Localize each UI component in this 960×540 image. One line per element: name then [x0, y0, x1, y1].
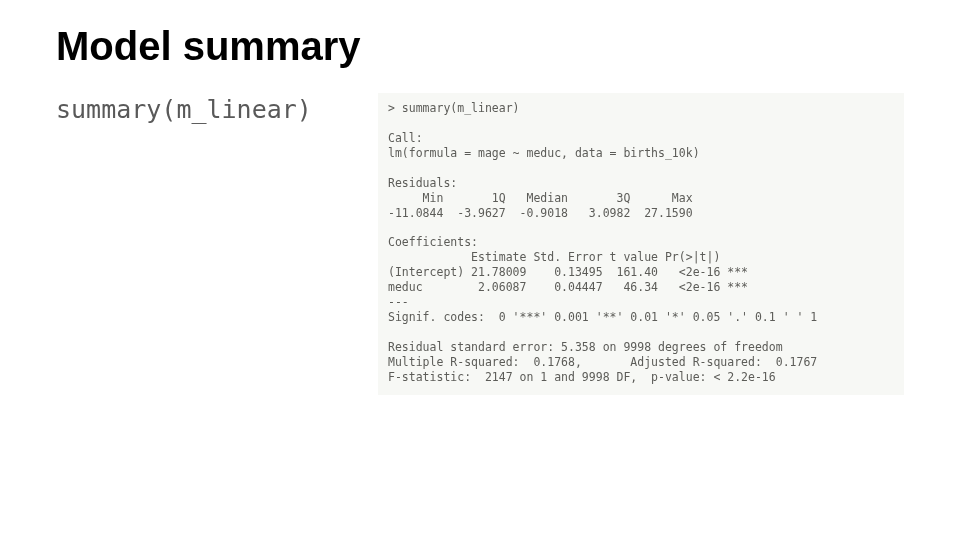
slide-body: summary(m_linear) > summary(m_linear) Ca…	[56, 93, 904, 395]
left-column: summary(m_linear)	[56, 93, 356, 124]
slide-title: Model summary	[56, 24, 904, 69]
r-console-output: > summary(m_linear) Call: lm(formula = m…	[378, 93, 904, 395]
summary-command: summary(m_linear)	[56, 95, 356, 124]
slide: Model summary summary(m_linear) > summar…	[0, 0, 960, 540]
right-column: > summary(m_linear) Call: lm(formula = m…	[378, 93, 904, 395]
